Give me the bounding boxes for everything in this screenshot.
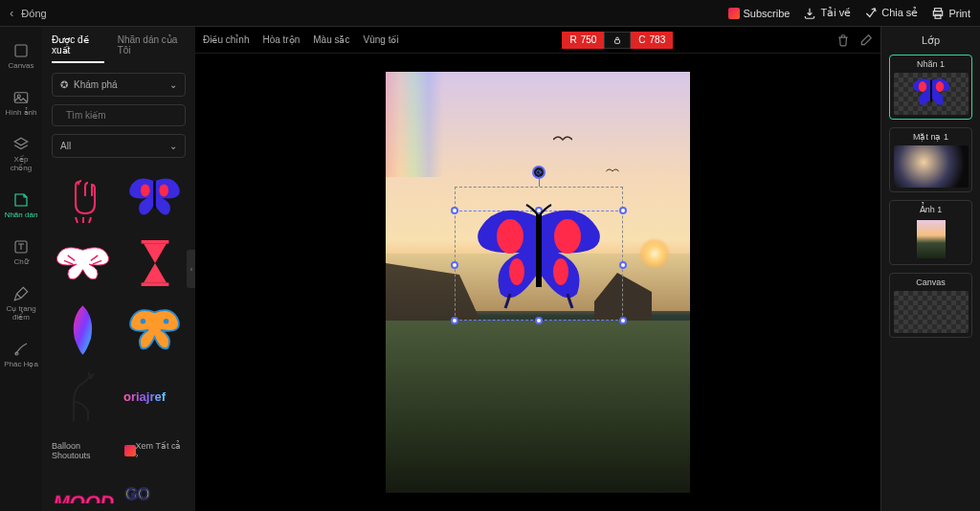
sticker-butterfly-orange[interactable] [123, 301, 186, 359]
tool-rail: Canvas Hình ảnh Xếp chồng Nhãn dán Chữ C… [0, 27, 42, 511]
sticker-feather[interactable] [52, 301, 114, 359]
share-button[interactable]: Chia sẻ [864, 7, 918, 20]
tool-sketch[interactable]: Phác Họa [0, 337, 42, 372]
lock-icon [612, 35, 622, 45]
trash-icon[interactable] [836, 33, 850, 47]
selection-box[interactable]: ⟳ [455, 187, 623, 321]
compass-icon: ✪ [60, 79, 68, 90]
top-bar: ‹ Đóng Subscribe Tải về Chia sẻ Print [0, 0, 980, 27]
resize-handle[interactable] [451, 317, 458, 324]
svg-text:MOOD: MOOD [54, 492, 114, 503]
svg-point-7 [15, 352, 18, 355]
resize-handle[interactable] [619, 261, 627, 269]
ct-tab-blend[interactable]: Hòa trộn [262, 34, 300, 45]
ct-tab-adjust[interactable]: Điều chỉnh [203, 34, 249, 45]
bird-icon [553, 134, 572, 145]
svg-rect-12 [141, 282, 168, 286]
rotate-handle[interactable]: ⟳ [532, 166, 546, 179]
print-icon [931, 7, 945, 20]
brush-icon [12, 285, 30, 302]
panel-tab-my-stickers[interactable]: Nhãn dán của Tôi [118, 34, 186, 63]
svg-point-15 [90, 376, 92, 378]
chevron-down-icon: ⌄ [169, 141, 177, 151]
back-chevron-icon[interactable]: ‹ [10, 6, 13, 20]
download-icon [803, 7, 816, 20]
canvas-stage[interactable]: ⟳ [195, 54, 880, 511]
panel-tab-recommended[interactable]: Được đề xuất [52, 34, 104, 63]
print-button[interactable]: Print [931, 7, 970, 20]
layers-panel: Lớp Nhãn 1 Mặt nạ 1 Ảnh 1 Canvas [880, 27, 980, 511]
svg-point-24 [553, 258, 568, 285]
sticker-icon [12, 191, 30, 209]
resize-handle[interactable] [535, 317, 543, 324]
explore-dropdown[interactable]: ✪Khám phá ⌄ [52, 73, 186, 97]
layer-image-1[interactable]: Ảnh 1 [889, 200, 972, 265]
svg-point-26 [935, 81, 943, 92]
layer-canvas[interactable]: Canvas [889, 273, 972, 338]
text-icon [12, 238, 30, 256]
resize-handle[interactable] [451, 261, 458, 269]
svg-text:GO: GO [125, 485, 150, 503]
svg-point-23 [509, 258, 524, 285]
ct-tab-color[interactable]: Màu sắc [313, 34, 349, 45]
resize-handle[interactable] [451, 207, 458, 214]
artboard[interactable]: ⟳ [386, 72, 690, 493]
sticker-grid: oriajref Balloon Shoutouts Xem Tất cả › … [52, 167, 186, 503]
share-icon [864, 7, 878, 20]
layers-title: Lớp [889, 34, 972, 47]
image-icon [12, 89, 30, 106]
download-button[interactable]: Tải về [803, 7, 851, 20]
filter-dropdown[interactable]: All ⌄ [52, 134, 186, 158]
category-row: Balloon Shoutouts Xem Tất cả › [52, 441, 186, 460]
see-all-link[interactable]: Xem Tất cả › [136, 441, 186, 460]
chevron-down-icon: ⌄ [169, 79, 177, 90]
eraser-icon[interactable] [859, 33, 873, 47]
sticker-gogirl[interactable]: GOGIRL [123, 474, 186, 503]
resize-handle[interactable] [619, 317, 627, 324]
search-input-wrapper[interactable] [52, 104, 186, 126]
svg-rect-20 [615, 39, 620, 43]
svg-point-9 [141, 184, 150, 196]
ct-tab-shadow[interactable]: Vùng tối [364, 34, 399, 45]
panel-collapse-button[interactable]: ‹ [187, 250, 195, 288]
sun [640, 239, 669, 268]
tool-overlay[interactable]: Xếp chồng [0, 132, 42, 176]
sticker-hourglass[interactable] [123, 234, 186, 292]
tool-image[interactable]: Hình ảnh [0, 85, 42, 121]
svg-point-13 [141, 319, 146, 324]
subscribe-button[interactable]: Subscribe [728, 8, 791, 19]
layer-mask-1[interactable]: Mặt nạ 1 [889, 127, 972, 192]
gift-icon [124, 445, 136, 456]
tool-sticker[interactable]: Nhãn dán [0, 188, 42, 223]
gift-icon [728, 8, 740, 19]
tool-makeup[interactable]: Cụ trang điểm [0, 281, 42, 325]
canvas-area: Điều chỉnh Hòa trộn Màu sắc Vùng tối R 7… [195, 27, 880, 511]
canvas-top-bar: Điều chỉnh Hòa trộn Màu sắc Vùng tối R 7… [195, 27, 880, 54]
sticker-side-panel: Được đề xuất Nhãn dán của Tôi ✪Khám phá … [42, 27, 195, 511]
sticker-mood[interactable]: MOOD [52, 474, 114, 503]
search-input[interactable] [66, 110, 188, 121]
dim-lock[interactable] [604, 32, 631, 49]
dim-c[interactable]: C 783 [631, 32, 673, 49]
tool-text[interactable]: Chữ [0, 234, 42, 270]
svg-point-22 [554, 219, 581, 254]
dim-r[interactable]: R 750 [562, 32, 604, 49]
layer-thumb [894, 73, 969, 115]
svg-point-10 [159, 184, 168, 196]
sticker-hand[interactable] [52, 167, 114, 225]
layer-sticker-1[interactable]: Nhãn 1 [889, 55, 972, 120]
sticker-giraffe[interactable] [52, 368, 114, 426]
sticker-butterfly-blue[interactable] [123, 167, 186, 225]
sticker-butterfly-white[interactable] [52, 234, 114, 292]
close-label[interactable]: Đóng [21, 8, 46, 19]
svg-point-25 [918, 81, 925, 92]
layer-thumb [894, 145, 969, 188]
bird-icon [606, 167, 619, 175]
sticker-orlajref[interactable]: oriajref [123, 368, 186, 426]
tool-canvas[interactable]: Canvas [0, 38, 42, 74]
layers-icon [12, 136, 30, 153]
rainbow-overlay [386, 72, 443, 177]
resize-handle[interactable] [619, 207, 627, 214]
svg-text:oriajref: oriajref [123, 389, 167, 404]
butterfly-sticker[interactable] [467, 203, 611, 318]
